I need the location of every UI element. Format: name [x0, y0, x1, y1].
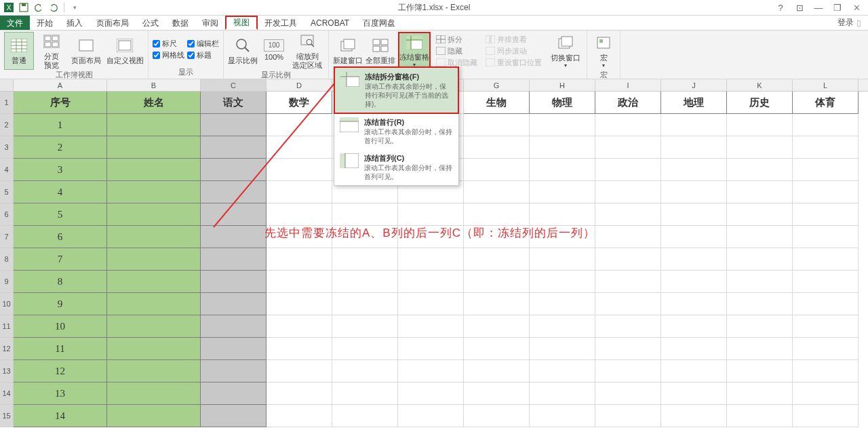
data-cell[interactable]	[107, 405, 201, 427]
data-cell[interactable]	[530, 405, 595, 427]
data-cell[interactable]	[793, 114, 859, 136]
data-cell[interactable]	[107, 159, 201, 181]
data-cell[interactable]	[267, 136, 332, 159]
data-cell[interactable]	[530, 203, 595, 226]
data-cell[interactable]	[267, 159, 332, 181]
data-cell[interactable]	[398, 203, 464, 226]
header-cell[interactable]: 地理	[661, 92, 727, 114]
tab-developer[interactable]: 开发工具	[258, 16, 304, 30]
col-header-G[interactable]: G	[464, 79, 530, 91]
data-cell[interactable]	[332, 405, 398, 427]
data-cell[interactable]: 13	[14, 382, 107, 405]
data-cell[interactable]	[464, 248, 530, 271]
ribbon-toggle-button[interactable]: ⊡	[792, 3, 807, 13]
tab-formulas[interactable]: 公式	[136, 16, 165, 30]
data-cell[interactable]	[727, 181, 793, 203]
zoom-button[interactable]: 显示比例	[228, 32, 258, 70]
data-cell[interactable]	[398, 405, 464, 427]
data-cell[interactable]	[201, 315, 267, 338]
header-cell[interactable]: 姓名	[107, 92, 201, 114]
data-cell[interactable]	[727, 271, 793, 293]
data-cell[interactable]: 5	[14, 203, 107, 226]
data-cell[interactable]: 1	[14, 114, 107, 136]
header-cell[interactable]: 体育	[793, 92, 859, 114]
data-cell[interactable]	[398, 293, 464, 315]
col-header-B[interactable]: B	[107, 79, 201, 91]
qat-dropdown-icon[interactable]: ▾	[68, 1, 81, 14]
col-header-D[interactable]: D	[267, 79, 332, 91]
formula-bar-checkbox[interactable]: 编辑栏	[187, 39, 219, 49]
close-button[interactable]: ✕	[849, 3, 864, 13]
data-cell[interactable]	[530, 136, 595, 159]
data-cell[interactable]	[727, 248, 793, 271]
tab-view[interactable]: 视图	[225, 16, 258, 30]
data-cell[interactable]: 11	[14, 338, 107, 360]
data-cell[interactable]: 9	[14, 293, 107, 315]
data-cell[interactable]	[661, 159, 727, 181]
data-cell[interactable]	[793, 360, 859, 382]
data-cell[interactable]	[530, 338, 595, 360]
data-cell[interactable]	[530, 248, 595, 271]
data-cell[interactable]	[661, 203, 727, 226]
data-cell[interactable]	[793, 338, 859, 360]
data-cell[interactable]: 12	[14, 360, 107, 382]
data-cell[interactable]	[107, 293, 201, 315]
data-cell[interactable]	[661, 382, 727, 405]
data-cell[interactable]	[727, 136, 793, 159]
data-cell[interactable]	[267, 405, 332, 427]
data-cell[interactable]	[595, 338, 661, 360]
data-cell[interactable]	[464, 114, 530, 136]
restore-button[interactable]: ❐	[830, 3, 845, 13]
data-cell[interactable]	[267, 360, 332, 382]
data-cell[interactable]	[661, 293, 727, 315]
redo-icon[interactable]	[47, 1, 60, 14]
data-cell[interactable]	[727, 114, 793, 136]
data-cell[interactable]	[661, 360, 727, 382]
data-cell[interactable]	[398, 315, 464, 338]
tab-review[interactable]: 审阅	[195, 16, 225, 30]
data-cell[interactable]	[793, 293, 859, 315]
data-cell[interactable]	[793, 315, 859, 338]
header-cell[interactable]: 物理	[530, 92, 595, 114]
data-cell[interactable]	[595, 203, 661, 226]
data-cell[interactable]	[793, 405, 859, 427]
data-cell[interactable]	[727, 315, 793, 338]
data-cell[interactable]	[201, 248, 267, 271]
data-cell[interactable]	[464, 382, 530, 405]
data-cell[interactable]	[332, 338, 398, 360]
data-cell[interactable]	[267, 248, 332, 271]
data-cell[interactable]	[793, 226, 859, 248]
tab-pagelayout[interactable]: 页面布局	[90, 16, 136, 30]
header-cell[interactable]: 序号	[14, 92, 107, 114]
data-cell[interactable]: 10	[14, 315, 107, 338]
data-cell[interactable]	[530, 114, 595, 136]
data-cell[interactable]	[464, 271, 530, 293]
data-cell[interactable]	[595, 293, 661, 315]
data-cell[interactable]: 8	[14, 271, 107, 293]
header-cell[interactable]: 数学	[267, 92, 332, 114]
data-cell[interactable]	[201, 382, 267, 405]
data-cell[interactable]	[332, 360, 398, 382]
data-cell[interactable]	[727, 382, 793, 405]
data-cell[interactable]	[107, 226, 201, 248]
data-cell[interactable]	[530, 315, 595, 338]
data-cell[interactable]	[107, 203, 201, 226]
data-cell[interactable]	[332, 248, 398, 271]
data-cell[interactable]	[595, 315, 661, 338]
tab-data[interactable]: 数据	[165, 16, 195, 30]
data-cell[interactable]	[107, 338, 201, 360]
tab-acrobat[interactable]: ACROBAT	[304, 16, 356, 30]
data-cell[interactable]	[464, 338, 530, 360]
data-cell[interactable]	[398, 360, 464, 382]
data-cell[interactable]	[107, 315, 201, 338]
data-cell[interactable]	[530, 293, 595, 315]
data-cell[interactable]	[201, 114, 267, 136]
col-header-J[interactable]: J	[661, 79, 727, 91]
data-cell[interactable]	[332, 315, 398, 338]
save-icon[interactable]	[18, 1, 30, 14]
data-cell[interactable]	[661, 315, 727, 338]
col-header-L[interactable]: L	[793, 79, 859, 91]
data-cell[interactable]	[398, 271, 464, 293]
data-cell[interactable]	[530, 382, 595, 405]
tab-baidu[interactable]: 百度网盘	[356, 16, 402, 30]
